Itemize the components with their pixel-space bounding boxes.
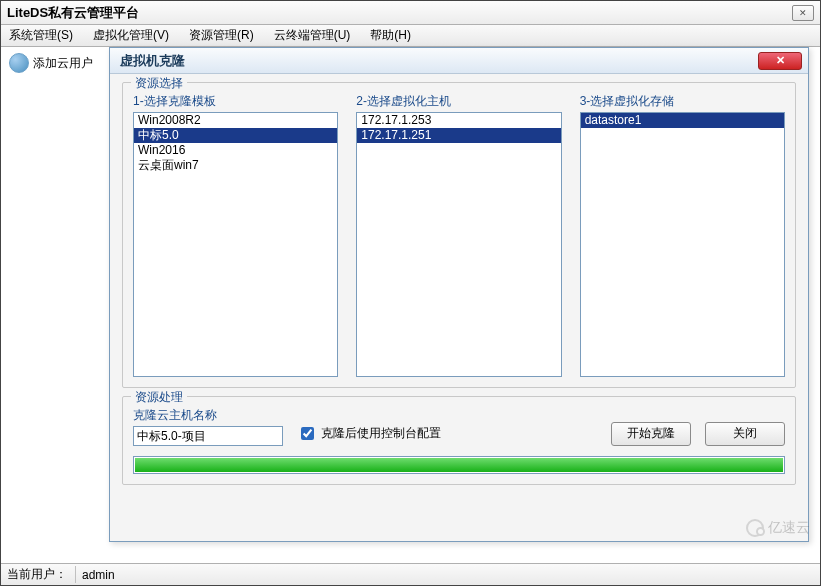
template-option[interactable]: Win2016 <box>134 143 337 158</box>
progress-fill <box>135 458 783 472</box>
menu-bar: 系统管理(S) 虚拟化管理(V) 资源管理(R) 云终端管理(U) 帮助(H) <box>1 25 820 47</box>
console-config-checkbox[interactable] <box>301 427 314 440</box>
fieldset-resource-select-legend: 资源选择 <box>131 75 187 92</box>
dialog-close-button[interactable]: ✕ <box>758 52 802 70</box>
fieldset-resource-process: 资源处理 克隆云主机名称 克隆后使用控制台配置 开始克隆 关闭 <box>122 396 796 485</box>
window-close-button[interactable]: ✕ <box>792 5 814 21</box>
fieldset-resource-select: 资源选择 1-选择克隆模板 Win2008R2中标5.0Win2016云桌面wi… <box>122 82 796 388</box>
status-label: 当前用户： <box>7 566 76 583</box>
template-option[interactable]: 云桌面win7 <box>134 158 337 173</box>
console-config-checkbox-wrap[interactable]: 克隆后使用控制台配置 <box>297 424 441 443</box>
status-bar: 当前用户： admin <box>1 563 820 585</box>
sidebar-add-user-label: 添加云用户 <box>33 55 93 72</box>
watermark-icon <box>746 519 764 537</box>
menu-help[interactable]: 帮助(H) <box>366 25 415 46</box>
close-button[interactable]: 关闭 <box>705 422 785 446</box>
hosts-listbox[interactable]: 172.17.1.253172.17.1.251 <box>356 112 561 377</box>
fieldset-resource-process-legend: 资源处理 <box>131 389 187 406</box>
templates-label: 1-选择克隆模板 <box>133 93 338 110</box>
main-window: LiteDS私有云管理平台 ✕ 系统管理(S) 虚拟化管理(V) 资源管理(R)… <box>0 0 821 586</box>
menu-terminal[interactable]: 云终端管理(U) <box>270 25 355 46</box>
template-option[interactable]: Win2008R2 <box>134 113 337 128</box>
menu-virtualization[interactable]: 虚拟化管理(V) <box>89 25 173 46</box>
window-title: LiteDS私有云管理平台 <box>7 4 139 22</box>
dialog-title-bar: 虚拟机克隆 ✕ <box>110 48 808 74</box>
sidebar-add-user[interactable]: 添加云用户 <box>9 53 93 73</box>
host-option[interactable]: 172.17.1.253 <box>357 113 560 128</box>
client-area: 添加云用户 虚拟机克隆 ✕ 资源选择 1-选择克隆模板 Win2008R2中标5… <box>1 47 820 563</box>
clone-name-label: 克隆云主机名称 <box>133 407 283 424</box>
menu-system[interactable]: 系统管理(S) <box>5 25 77 46</box>
console-config-label: 克隆后使用控制台配置 <box>321 425 441 442</box>
start-clone-button[interactable]: 开始克隆 <box>611 422 691 446</box>
menu-resource[interactable]: 资源管理(R) <box>185 25 258 46</box>
datastores-label: 3-选择虚拟化存储 <box>580 93 785 110</box>
templates-listbox[interactable]: Win2008R2中标5.0Win2016云桌面win7 <box>133 112 338 377</box>
clone-dialog: 虚拟机克隆 ✕ 资源选择 1-选择克隆模板 Win2008R2中标5.0Win2… <box>109 47 809 542</box>
template-option[interactable]: 中标5.0 <box>134 128 337 143</box>
dialog-title: 虚拟机克隆 <box>120 52 185 70</box>
title-bar: LiteDS私有云管理平台 ✕ <box>1 1 820 25</box>
status-user: admin <box>82 568 115 582</box>
clone-name-input[interactable] <box>133 426 283 446</box>
hosts-label: 2-选择虚拟化主机 <box>356 93 561 110</box>
progress-bar <box>133 456 785 474</box>
datastores-listbox[interactable]: datastore1 <box>580 112 785 377</box>
user-icon <box>9 53 29 73</box>
host-option[interactable]: 172.17.1.251 <box>357 128 560 143</box>
watermark-text: 亿速云 <box>768 519 810 537</box>
datastore-option[interactable]: datastore1 <box>581 113 784 128</box>
watermark: 亿速云 <box>746 519 810 537</box>
